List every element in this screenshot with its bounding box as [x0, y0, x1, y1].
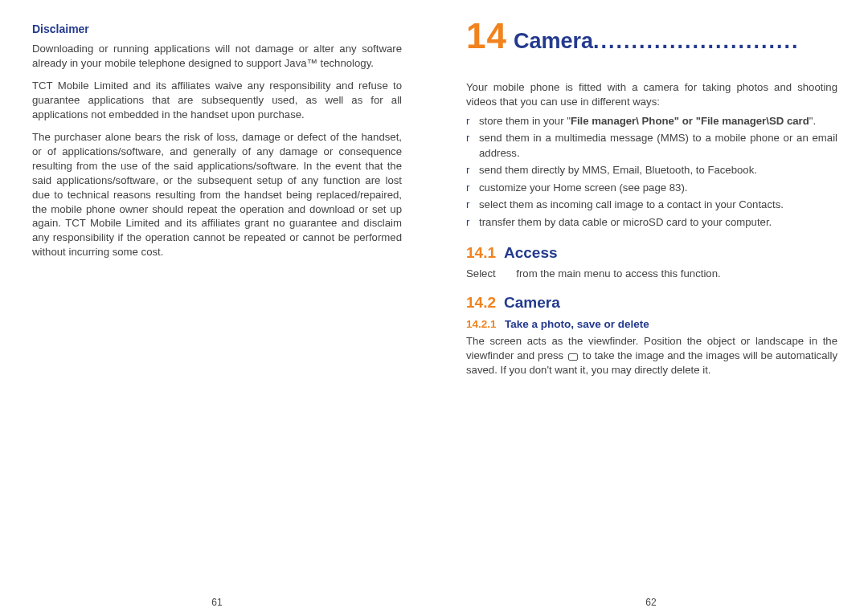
section-14-2-heading: 14.2 Camera [466, 294, 837, 312]
disclaimer-para-2: TCT Mobile Limited and its affiliates wa… [32, 79, 402, 122]
list-item: rsend them in a multimedia message (MMS)… [466, 131, 837, 161]
section-14-1-heading: 14.1 Access [466, 244, 837, 262]
list-item: rselect them as incoming call image to a… [466, 198, 837, 212]
disclaimer-para-1: Downloading or running applications will… [32, 42, 402, 71]
camera-button-icon [568, 353, 578, 361]
chapter-intro: Your mobile phone is fitted with a camer… [466, 80, 837, 109]
ways-list: rstore them in your "File manager\ Phone… [466, 114, 837, 230]
bullet-icon: r [466, 114, 479, 129]
bullet-icon: r [466, 131, 479, 161]
bullet-icon: r [466, 198, 479, 212]
chapter-title: 14 Camera ........................... [466, 16, 837, 56]
subsection-name: Take a photo, save or delete [505, 318, 649, 330]
section-name: Access [504, 244, 558, 262]
page-right: 14 Camera ........................... Yo… [434, 0, 868, 616]
bullet-icon: r [466, 215, 479, 230]
chapter-dots: ........................... [593, 29, 837, 54]
page-spread: Disclaimer Downloading or running applic… [0, 0, 868, 616]
list-item: rsend them directly by MMS, Email, Bluet… [466, 163, 837, 177]
chapter-name: Camera [514, 29, 593, 54]
section-number: 14.1 [466, 244, 496, 262]
list-item: rcustomize your Home screen (see page 83… [466, 181, 837, 195]
page-number-right: 62 [434, 597, 868, 608]
subsection-number: 14.2.1 [466, 318, 497, 330]
subsection-14-2-1-body: The screen acts as the viewfinder. Posit… [466, 334, 837, 377]
section-number: 14.2 [466, 294, 496, 312]
section-name: Camera [504, 294, 560, 312]
chapter-number: 14 [466, 16, 507, 56]
page-number-left: 61 [0, 597, 434, 608]
page-left: Disclaimer Downloading or running applic… [0, 0, 434, 616]
subsection-14-2-1-heading: 14.2.1 Take a photo, save or delete [466, 316, 837, 331]
list-item: rtransfer them by data cable or microSD … [466, 215, 837, 230]
bullet-icon: r [466, 181, 479, 195]
disclaimer-heading: Disclaimer [32, 22, 402, 35]
bullet-icon: r [466, 163, 479, 177]
disclaimer-para-3: The purchaser alone bears the risk of lo… [32, 130, 402, 260]
list-item: rstore them in your "File manager\ Phone… [466, 114, 837, 129]
section-14-1-body: Select from the main menu to access this… [466, 267, 837, 281]
